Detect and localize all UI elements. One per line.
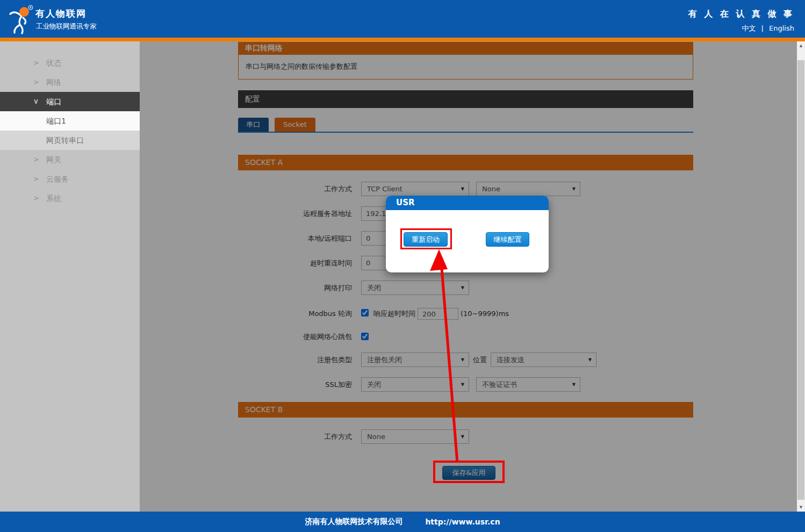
chevron-right-icon: > bbox=[33, 150, 39, 169]
sidebar-item-port1[interactable]: 端口1 bbox=[0, 111, 140, 131]
sidebar-item-gateway[interactable]: > 网关 bbox=[0, 150, 140, 169]
lang-en-link[interactable]: English bbox=[769, 24, 794, 32]
brand-title: 有人物联网 bbox=[35, 8, 87, 20]
chevron-down-icon: > bbox=[26, 99, 46, 105]
lang-separator: | bbox=[761, 24, 764, 32]
restart-button[interactable]: 重新启动 bbox=[404, 232, 448, 247]
sidebar-item-cloud[interactable]: > 云服务 bbox=[0, 169, 140, 189]
scroll-down-icon[interactable]: ▼ bbox=[797, 503, 805, 512]
chevron-right-icon: > bbox=[33, 189, 39, 208]
chevron-right-icon: > bbox=[33, 169, 39, 189]
footer-url-link[interactable]: http://www.usr.cn bbox=[425, 517, 500, 526]
sidebar-nav: > 状态 > 网络 > 端口 端口1 网页转串口 > 网关 > 云服务 > 系统 bbox=[0, 41, 140, 512]
header-accent-strip bbox=[0, 38, 805, 41]
sidebar-item-system[interactable]: > 系统 bbox=[0, 189, 140, 208]
sidebar-item-network[interactable]: > 网络 bbox=[0, 73, 140, 92]
scroll-up-icon[interactable]: ▲ bbox=[797, 41, 805, 50]
continue-config-button[interactable]: 继续配置 bbox=[486, 232, 529, 247]
lang-zh-link[interactable]: 中文 bbox=[742, 24, 756, 32]
footer: 济南有人物联网技术有限公司 http://www.usr.cn bbox=[0, 512, 805, 532]
scrollbar-thumb[interactable] bbox=[797, 60, 804, 500]
modal-dim-overlay bbox=[140, 41, 797, 512]
usr-config-page: R 有人物联网 工业物联网通讯专家 有 人 在 认 真 做 事 中文 | Eng… bbox=[0, 0, 805, 532]
brand-tagline: 工业物联网通讯专家 bbox=[36, 22, 97, 31]
usr-modal-dialog: USR 重新启动 继续配置 bbox=[386, 196, 549, 272]
language-switcher: 中文 | English bbox=[742, 24, 794, 33]
usr-logo-icon: R bbox=[6, 4, 34, 37]
modal-title: USR bbox=[386, 196, 549, 210]
sidebar-item-status[interactable]: > 状态 bbox=[0, 53, 140, 73]
top-header: R 有人物联网 工业物联网通讯专家 有 人 在 认 真 做 事 中文 | Eng… bbox=[0, 0, 805, 38]
footer-company: 济南有人物联网技术有限公司 bbox=[305, 517, 402, 527]
chevron-right-icon: > bbox=[33, 53, 39, 73]
sidebar-item-port[interactable]: > 端口 bbox=[0, 92, 140, 111]
chevron-right-icon: > bbox=[33, 73, 39, 92]
sidebar-item-web-to-serial[interactable]: 网页转串口 bbox=[0, 131, 140, 150]
vertical-scrollbar[interactable]: ▲ ▼ bbox=[797, 41, 805, 512]
header-slogan: 有 人 在 认 真 做 事 bbox=[688, 9, 794, 20]
svg-text:R: R bbox=[30, 6, 32, 9]
